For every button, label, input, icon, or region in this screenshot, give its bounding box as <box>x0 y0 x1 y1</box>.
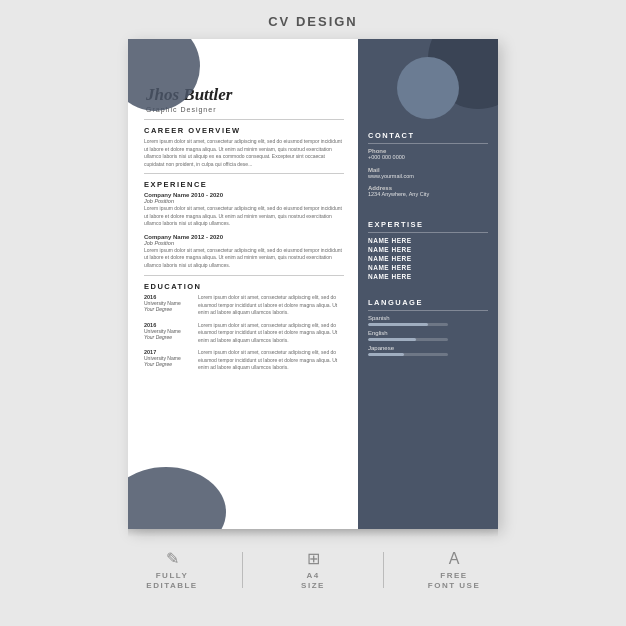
expertise-1: NAME HERE <box>368 237 488 244</box>
footer-divider-2 <box>383 552 384 588</box>
page-title: CV DESIGN <box>268 14 358 29</box>
contact-address: Address 1234 Anywhere, Any City <box>368 185 488 199</box>
edu-item-3: 2017 University Name Your Degree Lorem i… <box>144 349 344 372</box>
font-icon: A <box>449 550 460 568</box>
cv-right-panel: CONTACT Phone +000 000 0000 Mail www.you… <box>358 39 498 529</box>
exp-item-2: Company Name 2012 - 2020 Job Position Lo… <box>144 234 344 270</box>
footer-label-font: FREEFONT USE <box>428 571 480 592</box>
edu-degree-2: Your Degree <box>144 334 192 340</box>
footer-item-editable: ✎ FULLYEDITABLE <box>112 549 232 592</box>
lang-bar-bg-3 <box>368 353 448 356</box>
lang-name-3: Japanese <box>368 345 488 351</box>
profile-photo <box>397 57 459 119</box>
language-section: LANGUAGE Spanish English Japanese <box>358 286 498 364</box>
footer-label-size: A4SIZE <box>301 571 325 592</box>
cv-job-title: Graphic Designer <box>146 106 344 113</box>
cv-left-panel: Jhos Buttler Graphic Designer CAREER OVE… <box>128 39 358 529</box>
right-divider-3 <box>368 310 488 311</box>
expertise-4: NAME HERE <box>368 264 488 271</box>
lang-bar-bg-1 <box>368 323 448 326</box>
mail-value: www.yourmail.com <box>368 173 488 181</box>
lang-bar-fill-1 <box>368 323 428 326</box>
footer-divider-1 <box>242 552 243 588</box>
divider-2 <box>144 173 344 174</box>
exp-position-2: Job Position <box>144 240 344 246</box>
lang-name-1: Spanish <box>368 315 488 321</box>
right-divider-1 <box>368 143 488 144</box>
lang-item-3: Japanese <box>368 345 488 356</box>
lang-bar-fill-3 <box>368 353 404 356</box>
expertise-3: NAME HERE <box>368 255 488 262</box>
education-title: EDUCATION <box>144 282 344 291</box>
edu-item-2: 2016 University Name Your Degree Lorem i… <box>144 322 344 345</box>
lang-item-2: English <box>368 330 488 341</box>
language-title: LANGUAGE <box>368 298 488 307</box>
expertise-title: EXPERTISE <box>368 220 488 229</box>
edu-left-2: 2016 University Name Your Degree <box>144 322 192 345</box>
lang-bar-bg-2 <box>368 338 448 341</box>
career-overview-text: Lorem ipsum dolor sit amet, consectetur … <box>144 138 344 168</box>
edu-degree-1: Your Degree <box>144 306 192 312</box>
edu-left-1: 2016 University Name Your Degree <box>144 294 192 317</box>
cv-document: Jhos Buttler Graphic Designer CAREER OVE… <box>128 39 498 529</box>
cv-shadow <box>128 529 498 537</box>
exp-position-1: Job Position <box>144 198 344 204</box>
experience-title: EXPERIENCE <box>144 180 344 189</box>
footer-label-editable: FULLYEDITABLE <box>146 571 197 592</box>
lang-item-1: Spanish <box>368 315 488 326</box>
divider-3 <box>144 275 344 276</box>
contact-mail: Mail www.yourmail.com <box>368 167 488 181</box>
lang-bar-fill-2 <box>368 338 416 341</box>
edu-text-1: Lorem ipsum dolor sit amet, consectetur … <box>198 294 344 317</box>
footer-item-size: ⊞ A4SIZE <box>253 549 373 592</box>
address-value: 1234 Anywhere, Any City <box>368 191 488 199</box>
contact-section: CONTACT Phone +000 000 0000 Mail www.you… <box>358 119 498 208</box>
exp-item-1: Company Name 2010 - 2020 Job Position Lo… <box>144 192 344 228</box>
exp-text-1: Lorem ipsum dolor sit amet, consectetur … <box>144 205 344 228</box>
expertise-2: NAME HERE <box>368 246 488 253</box>
edu-text-3: Lorem ipsum dolor sit amet, consectetur … <box>198 349 344 372</box>
edu-text-2: Lorem ipsum dolor sit amet, consectetur … <box>198 322 344 345</box>
edu-item-1: 2016 University Name Your Degree Lorem i… <box>144 294 344 317</box>
phone-value: +000 000 0000 <box>368 154 488 162</box>
right-divider-2 <box>368 232 488 233</box>
contact-phone: Phone +000 000 0000 <box>368 148 488 162</box>
edu-degree-3: Your Degree <box>144 361 192 367</box>
edit-icon: ✎ <box>166 549 179 568</box>
contact-title: CONTACT <box>368 131 488 140</box>
footer-item-font: A FREEFONT USE <box>394 550 514 592</box>
size-icon: ⊞ <box>307 549 320 568</box>
exp-text-2: Lorem ipsum dolor sit amet, consectetur … <box>144 247 344 270</box>
edu-left-3: 2017 University Name Your Degree <box>144 349 192 372</box>
expertise-section: EXPERTISE NAME HERE NAME HERE NAME HERE … <box>358 208 498 286</box>
bottom-bar: ✎ FULLYEDITABLE ⊞ A4SIZE A FREEFONT USE <box>0 549 626 592</box>
blob-bottom-left <box>128 467 226 529</box>
career-overview-title: CAREER OVERVIEW <box>144 126 344 135</box>
lang-name-2: English <box>368 330 488 336</box>
divider-1 <box>144 119 344 120</box>
expertise-5: NAME HERE <box>368 273 488 280</box>
